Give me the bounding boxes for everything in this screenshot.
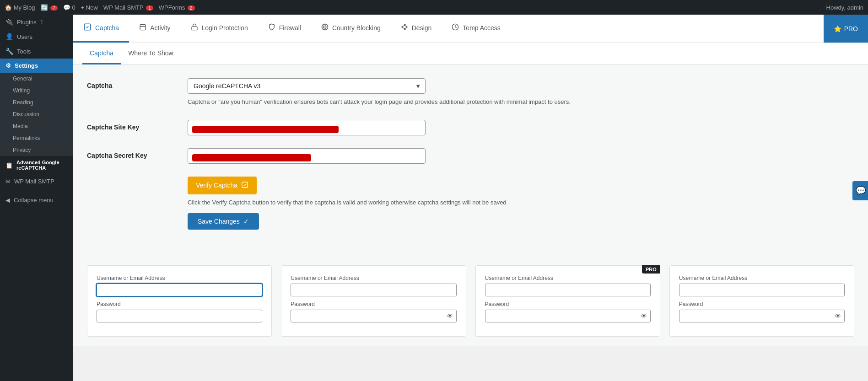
preview2-username-label: Username or Email Address	[291, 275, 456, 281]
users-icon: 👤	[5, 33, 13, 40]
preview3-password-input[interactable]	[485, 310, 651, 322]
preview3-username-input[interactable]	[485, 284, 651, 296]
preview4-username-label: Username or Email Address	[679, 275, 845, 281]
verify-spacer	[87, 177, 188, 180]
tab-activity[interactable]: Activity	[129, 15, 180, 43]
save-spacer	[87, 213, 188, 217]
captcha-type-control: Google reCAPTCHA v3 Google reCAPTCHA v2 …	[188, 78, 854, 107]
verify-captcha-button[interactable]: Verify Captcha	[188, 177, 257, 194]
preview2-eye-icon[interactable]: 👁	[447, 312, 453, 320]
preview3-username-label: Username or Email Address	[485, 275, 651, 281]
sidebar-item-plugins[interactable]: 🔌 Plugins 1	[0, 15, 73, 29]
svg-point-8	[404, 24, 405, 26]
captcha-tab-icon	[83, 23, 92, 33]
preview-card-1: Username or Email Address Password	[87, 265, 272, 337]
country-blocking-tab-icon	[321, 23, 329, 32]
tab-country-blocking[interactable]: Country Blocking	[311, 15, 391, 43]
preview3-password-wrap: 👁	[485, 310, 651, 322]
admin-bar-howdy: Howdy, admin	[826, 4, 863, 11]
preview2-username-input[interactable]	[291, 284, 456, 296]
preview2-password-input[interactable]	[291, 310, 456, 322]
admin-bar-updates[interactable]: 🔄 7	[41, 4, 58, 11]
tab-login-protection[interactable]: Login Protection	[181, 15, 258, 43]
svg-rect-1	[140, 25, 146, 30]
content-area: Captcha Where To Show Captcha Google reC…	[73, 43, 868, 346]
tab-pro[interactable]: ⭐ PRO	[824, 15, 868, 43]
sub-tab-captcha[interactable]: Captcha	[82, 43, 121, 64]
sidebar-sub-writing[interactable]: Writing	[0, 85, 73, 97]
feedback-widget[interactable]: 💬	[852, 181, 868, 200]
preview1-password-input[interactable]	[97, 310, 262, 322]
tab-design[interactable]: Design	[391, 15, 442, 43]
sub-tab-where-to-show[interactable]: Where To Show	[121, 43, 181, 64]
captcha-description: Captcha or "are you human" verification …	[188, 97, 599, 107]
sidebar-item-tools[interactable]: 🔧 Tools	[0, 44, 73, 59]
preview4-password-input[interactable]	[679, 310, 845, 322]
collapse-menu-button[interactable]: ◀ Collapse menu	[0, 193, 73, 207]
preview2-password-wrap: 👁	[291, 310, 456, 322]
secret-key-input[interactable]	[188, 148, 426, 164]
preview2-password-label: Password	[291, 301, 456, 307]
verify-note-text: Click the Verify Captcha button to verif…	[188, 199, 554, 206]
tab-captcha[interactable]: Captcha	[73, 15, 129, 43]
admin-bar-home[interactable]: 🏠 My Blog	[5, 4, 35, 11]
admin-bar-new[interactable]: + New	[81, 4, 98, 11]
admin-bar-wpforms[interactable]: WPForms 2	[159, 4, 195, 11]
login-protection-tab-icon	[191, 23, 198, 32]
captcha-select-wrap: Google reCAPTCHA v3 Google reCAPTCHA v2 …	[188, 78, 426, 94]
firewall-tab-icon	[268, 23, 275, 32]
preview-card-3: PRO Username or Email Address Password 👁	[475, 265, 660, 337]
sidebar-item-wp-mail-smtp[interactable]: ✉ WP Mail SMTP	[0, 174, 73, 188]
sidebar-sub-general[interactable]: General	[0, 73, 73, 85]
verify-captcha-row: Verify Captcha Click the Verify Captcha …	[87, 177, 854, 206]
captcha-type-select[interactable]: Google reCAPTCHA v3 Google reCAPTCHA v2 …	[188, 78, 426, 94]
admin-bar-wpmail[interactable]: WP Mail SMTP 1	[103, 4, 153, 11]
preview1-username-input[interactable]	[97, 284, 262, 296]
design-tab-icon	[401, 23, 408, 32]
activity-tab-icon	[139, 23, 146, 32]
sidebar-item-advanced-recaptcha[interactable]: 📋 Advanced Google reCAPTCHA	[0, 156, 73, 174]
secret-key-row: Captcha Secret Key	[87, 148, 854, 164]
settings-icon: ⚙	[5, 62, 11, 69]
feedback-icon: 💬	[856, 186, 865, 196]
tab-temp-access[interactable]: Temp Access	[442, 15, 510, 43]
tab-firewall[interactable]: Firewall	[258, 15, 311, 43]
verify-control: Verify Captcha Click the Verify Captcha …	[188, 177, 854, 206]
temp-access-tab-icon	[452, 23, 459, 32]
sub-tabs: Captcha Where To Show	[73, 43, 868, 64]
sidebar: 🔌 Plugins 1 👤 Users 🔧 Tools ⚙ Settings G…	[0, 15, 73, 381]
save-changes-row: Save Changes ✓	[87, 213, 854, 230]
site-key-label: Captcha Site Key	[87, 120, 188, 131]
sidebar-sub-media[interactable]: Media	[0, 120, 73, 132]
collapse-icon: ◀	[5, 197, 10, 204]
svg-line-14	[402, 27, 404, 28]
preview-area: Username or Email Address Password Usern…	[73, 256, 868, 346]
site-key-control	[188, 120, 854, 135]
svg-point-11	[402, 27, 403, 28]
sidebar-sub-permalinks[interactable]: Permalinks	[0, 132, 73, 144]
secret-key-label: Captcha Secret Key	[87, 148, 188, 159]
admin-bar-left: 🏠 My Blog 🔄 7 💬 0 + New WP Mail SMTP 1 W…	[5, 4, 195, 11]
sidebar-sub-privacy[interactable]: Privacy	[0, 144, 73, 156]
preview4-eye-icon[interactable]: 👁	[835, 312, 841, 320]
sidebar-item-users[interactable]: 👤 Users	[0, 29, 73, 44]
preview4-username-input[interactable]	[679, 284, 845, 296]
sidebar-sub-reading[interactable]: Reading	[0, 97, 73, 108]
main-content: Captcha Activity Login Protection Firewa…	[73, 15, 868, 381]
preview1-username-label: Username or Email Address	[97, 275, 262, 281]
pro-star-icon: ⭐	[834, 25, 841, 32]
pro-badge: PRO	[642, 265, 660, 274]
sidebar-item-settings[interactable]: ⚙ Settings	[0, 59, 73, 73]
svg-line-15	[402, 26, 404, 27]
svg-line-12	[404, 26, 406, 27]
save-changes-button[interactable]: Save Changes ✓	[188, 213, 259, 230]
preview3-eye-icon[interactable]: 👁	[641, 312, 647, 320]
captcha-form: Captcha Google reCAPTCHA v3 Google reCAP…	[73, 64, 868, 256]
sidebar-sub-discussion[interactable]: Discussion	[0, 108, 73, 120]
plugins-icon: 🔌	[5, 18, 13, 26]
recaptcha-icon: 📋	[5, 162, 13, 169]
site-key-input[interactable]	[188, 120, 426, 135]
admin-bar-comments[interactable]: 💬 0	[63, 4, 75, 11]
preview-card-4: Username or Email Address Password 👁	[669, 265, 854, 337]
wp-layout: 🔌 Plugins 1 👤 Users 🔧 Tools ⚙ Settings G…	[0, 15, 868, 381]
